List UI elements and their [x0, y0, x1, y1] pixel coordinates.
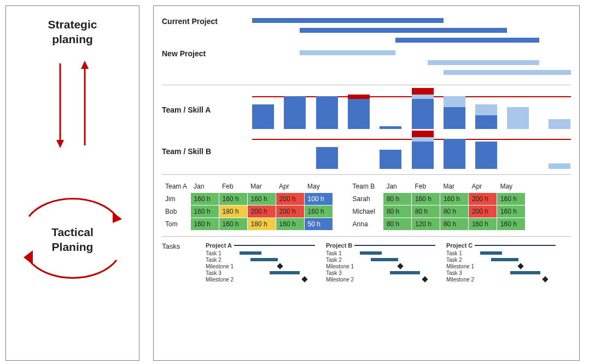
- arrow-up-icon: [79, 61, 90, 148]
- table-row: Bob160 h180 h200 h200 h160 h: [162, 206, 333, 218]
- left-panel: Strategic planing Tactical Planing: [5, 5, 139, 361]
- mini-row-label: Task 2: [446, 257, 480, 263]
- mini-bar: [491, 258, 518, 261]
- mini-gantt-header: Project C: [446, 242, 556, 249]
- svg-marker-1: [56, 140, 64, 148]
- mini-row-label: Task 2: [206, 257, 240, 263]
- hours-cell: 80 h: [383, 193, 411, 206]
- mini-track: [360, 250, 435, 256]
- milestone-diamond-icon: [542, 276, 548, 282]
- hours-cell: 200 h: [247, 206, 276, 218]
- mini-track: [240, 269, 315, 276]
- hours-cell: 200 h: [276, 206, 304, 218]
- mini-track: [480, 263, 556, 269]
- mini-gantt-header: Project B: [326, 242, 435, 249]
- month-header: Apr: [276, 180, 304, 193]
- hours-cell: 80 h: [383, 218, 411, 231]
- mini-track: [240, 276, 315, 283]
- person-name: Sarah: [349, 193, 383, 206]
- project-span-line: [234, 245, 315, 246]
- person-name: Anna: [349, 218, 383, 231]
- milestone-diamond-icon: [277, 263, 283, 269]
- separator: [162, 236, 571, 237]
- mini-row-label: Task 3: [326, 270, 360, 276]
- mini-row-label: Milestone 2: [326, 277, 360, 283]
- separator: [162, 85, 571, 85]
- month-header: Mar: [440, 180, 468, 193]
- mini-row: Milestone 2: [326, 276, 435, 283]
- mini-row-label: Task 1: [206, 250, 240, 256]
- hours-cell: 160 h: [190, 193, 219, 206]
- month-header: Feb: [219, 180, 247, 193]
- person-name: Michael: [349, 206, 383, 218]
- mini-track: [360, 269, 435, 276]
- month-header: Mar: [247, 180, 276, 193]
- tasks-label: Tasks: [162, 242, 206, 250]
- hours-cell: 80 h: [411, 206, 440, 218]
- mini-row: Milestone 1: [206, 263, 315, 269]
- hours-cell: 50 h: [304, 218, 333, 231]
- hours-cell: 160 h: [219, 218, 247, 231]
- gantt-bar: [252, 18, 444, 23]
- mini-row: Task 3: [206, 269, 315, 276]
- mini-bar: [371, 258, 398, 261]
- mini-row-label: Milestone 1: [446, 263, 480, 269]
- capacity-b-chart: [252, 133, 571, 169]
- project-span-line: [354, 245, 435, 246]
- mini-track: [240, 263, 315, 269]
- hours-cell: 180 h: [219, 206, 247, 218]
- milestone-diamond-icon: [397, 263, 403, 269]
- mini-row-label: Milestone 2: [206, 277, 240, 283]
- mini-track: [480, 269, 556, 276]
- team-a-table: Team AJanFebMarAprMay Jim160 h160 h160 h…: [162, 180, 333, 231]
- table-row: Jim160 h160 h160 h200 h100 h: [162, 193, 333, 206]
- gantt-bar: [300, 50, 395, 55]
- capacity-a-chart: [252, 91, 571, 129]
- mini-track: [240, 250, 315, 256]
- svg-marker-4: [113, 212, 122, 223]
- table-row: Sarah80 h160 h160 h200 h160 h: [349, 193, 526, 206]
- current-project-row: Current Project: [162, 17, 571, 47]
- table-row: Tom160 h160 h180 h160 h50 h: [162, 218, 333, 231]
- milestone-diamond-icon: [517, 263, 523, 269]
- mini-bar: [270, 271, 300, 274]
- hours-cell: 200 h: [468, 193, 497, 206]
- tactical-planning-title: Tactical Planing: [15, 225, 130, 255]
- month-header: Jan: [383, 180, 411, 193]
- capacity-team-a: Team / Skill A: [162, 91, 571, 129]
- hours-cell: 160 h: [468, 218, 497, 231]
- mini-gantt: Project ATask 1Task 2Milestone 1Task 3Mi…: [206, 242, 315, 283]
- team-b-label: Team / Skill B: [162, 147, 252, 156]
- mini-row: Task 2: [326, 256, 435, 263]
- team-header: Team A: [162, 180, 190, 193]
- mini-row-label: Milestone 1: [326, 263, 360, 269]
- hours-cell: 80 h: [383, 206, 411, 218]
- hours-cell: 160 h: [497, 218, 525, 231]
- hours-tables: Team AJanFebMarAprMay Jim160 h160 h160 h…: [162, 180, 571, 231]
- gantt-bar: [428, 60, 539, 65]
- hours-cell: 180 h: [247, 218, 276, 231]
- person-name: Tom: [162, 218, 190, 231]
- mini-track: [480, 276, 556, 283]
- arrow-down-icon: [55, 61, 66, 148]
- mini-row-label: Milestone 2: [446, 277, 480, 283]
- tactical-cycle: Tactical Planing: [15, 178, 130, 298]
- mini-row: Milestone 1: [446, 263, 556, 269]
- hours-cell: 160 h: [440, 193, 468, 206]
- hours-cell: 120 h: [411, 218, 440, 231]
- new-project-bars: [252, 49, 571, 79]
- mini-track: [480, 250, 556, 256]
- mini-row: Milestone 2: [446, 276, 556, 283]
- current-project-label: Current Project: [162, 17, 252, 26]
- mini-row: Task 1: [446, 250, 556, 256]
- mini-row-label: Task 1: [446, 250, 480, 256]
- mini-bar: [510, 271, 540, 274]
- mini-track: [240, 256, 315, 263]
- mini-gantt-header: Project A: [206, 242, 315, 249]
- gantt-bar: [300, 28, 507, 33]
- person-name: Bob: [162, 206, 190, 218]
- mini-track: [360, 263, 435, 269]
- new-project-row: New Project: [162, 49, 571, 79]
- task-gantts: Tasks Project ATask 1Task 2Milestone 1Ta…: [162, 242, 571, 283]
- current-project-bars: [252, 17, 571, 47]
